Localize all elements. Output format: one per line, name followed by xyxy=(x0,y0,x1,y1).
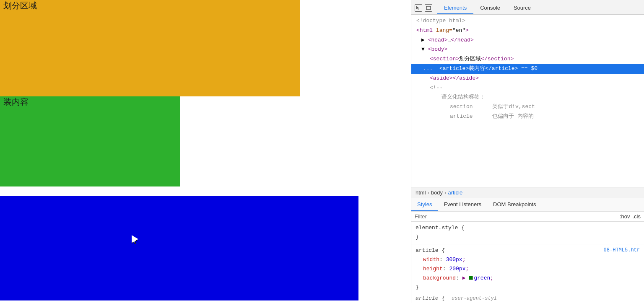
tree-line-comment-section: section 类似于div,sect xyxy=(411,102,644,112)
tree-line-head[interactable]: ▶ <head>…</head> xyxy=(411,36,644,45)
tab-styles[interactable]: Styles xyxy=(411,198,438,211)
box-tool-icon[interactable] xyxy=(425,4,432,12)
devtools-panel: Elements Console Source <!doctype html> … xyxy=(411,0,644,303)
breadcrumb-article[interactable]: article xyxy=(448,189,462,196)
css-filename[interactable]: 08-HTML5.htr xyxy=(604,246,640,254)
element-style-rule: element.style { } xyxy=(411,222,644,244)
tree-line-article[interactable]: ... <article>装内容</article> == $0 xyxy=(411,64,644,74)
tab-event-listeners[interactable]: Event Listeners xyxy=(438,198,487,211)
tree-line-doctype: <!doctype html> xyxy=(411,16,644,26)
green-color-swatch xyxy=(469,276,473,280)
user-agent-text: article { xyxy=(415,295,445,301)
tab-elements[interactable]: Elements xyxy=(437,2,473,14)
tree-line-section[interactable]: <section>划分区域</section> xyxy=(411,54,644,64)
aside-element xyxy=(0,196,358,300)
filter-input[interactable] xyxy=(415,213,616,220)
tree-line-comment-article: article 也偏向于 内容的 xyxy=(411,112,644,122)
cursor-tool-icon[interactable] xyxy=(415,4,422,12)
tab-console[interactable]: Console xyxy=(473,2,507,14)
tab-source[interactable]: Source xyxy=(507,2,538,14)
html-tree: <!doctype html> <html lang="en"> ▶ <head… xyxy=(411,15,644,187)
cls-button[interactable]: .cls xyxy=(633,213,641,220)
tree-line-comment-title: 语义化结构标签： xyxy=(411,93,644,102)
devtools-tab-bar: Elements Console Source xyxy=(411,0,644,15)
breadcrumb: html › body › article xyxy=(411,187,644,198)
styles-filter-bar: :hov .cls xyxy=(411,212,644,222)
tree-line-body[interactable]: ▼ <body> xyxy=(411,45,644,54)
tree-line-comment-open: <!-- xyxy=(411,83,644,93)
section-label: 划分区域 xyxy=(0,0,40,13)
svg-rect-2 xyxy=(426,6,431,10)
user-agent-note: article { user-agent-styl xyxy=(411,294,644,303)
breadcrumb-html[interactable]: html xyxy=(415,189,426,196)
svg-marker-1 xyxy=(416,6,419,10)
tree-line-aside[interactable]: <aside></aside> xyxy=(411,74,644,83)
preview-panel: 划分区域 装内容 xyxy=(0,0,411,303)
tree-line-html[interactable]: <html lang="en"> xyxy=(411,26,644,36)
article-css-rule: article { 08-HTML5.htr width: 300px; hei… xyxy=(411,244,644,294)
styles-tab-bar: Styles Event Listeners DOM Breakpoints xyxy=(411,198,644,212)
tab-dom-breakpoints[interactable]: DOM Breakpoints xyxy=(487,198,542,211)
section-element: 划分区域 xyxy=(0,0,300,96)
filter-buttons: :hov .cls xyxy=(620,213,641,220)
article-label: 装内容 xyxy=(0,95,32,109)
breadcrumb-body[interactable]: body xyxy=(431,189,443,196)
styles-section: Styles Event Listeners DOM Breakpoints :… xyxy=(411,198,644,303)
hov-button[interactable]: :hov xyxy=(620,213,630,220)
article-element: 装内容 xyxy=(0,96,180,186)
